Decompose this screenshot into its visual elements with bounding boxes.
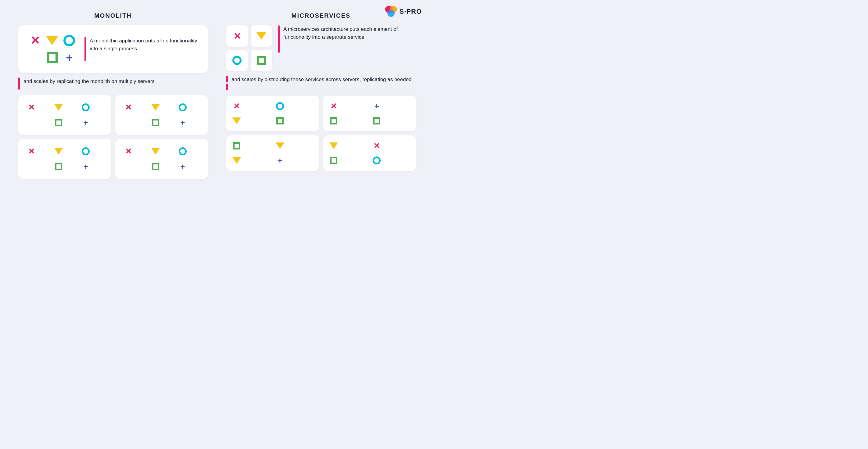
micro-bottom-card-c: + bbox=[226, 136, 319, 171]
micro-desc2-text: and scales by distributing these service… bbox=[231, 76, 412, 84]
monolith-replica-3: ✕ + bbox=[18, 139, 111, 179]
micro-card-triangle bbox=[251, 25, 272, 47]
micro-card-square bbox=[251, 50, 272, 71]
icon-x-large: ✕ bbox=[29, 34, 41, 47]
icon-circle-large bbox=[63, 34, 75, 47]
monolith-replica-4: ✕ + bbox=[115, 139, 208, 179]
micro-scale-row: and scales by distributing these service… bbox=[226, 76, 416, 90]
monolith-pink-bar1 bbox=[85, 37, 86, 61]
monolith-desc1-text: A monolithic application puts all its fu… bbox=[90, 37, 200, 53]
logo-icon bbox=[385, 5, 397, 18]
micro-desc1-block: A microservices architecture puts each e… bbox=[278, 25, 416, 53]
micro-pink-bar1 bbox=[278, 25, 280, 53]
logo: S·PRO bbox=[385, 5, 422, 18]
monolith-title: MONOLITH bbox=[18, 12, 208, 19]
monolith-replica-2: ✕ + bbox=[115, 95, 208, 135]
micro-cards-grid: ✕ bbox=[226, 25, 272, 71]
icon-plus-large: + bbox=[63, 52, 75, 64]
monolith-desc2-text: and scales by replicating the monolith o… bbox=[24, 78, 155, 85]
icon-triangle-large bbox=[46, 34, 58, 47]
microservices-section: MICROSERVICES ✕ bbox=[220, 12, 422, 215]
monolith-pink-bar2 bbox=[18, 78, 20, 90]
monolith-main-card: ✕ + A monolithic application puts all it… bbox=[18, 25, 208, 73]
micro-bottom-card-a: ✕ bbox=[226, 96, 319, 131]
micro-card-x: ✕ bbox=[226, 25, 248, 47]
micro-bottom-card-b: ✕ + bbox=[323, 96, 416, 131]
monolith-desc1-block: A monolithic application puts all its fu… bbox=[85, 37, 200, 61]
main-content: MONOLITH ✕ + A monolithic application pu… bbox=[12, 12, 422, 215]
monolith-replicas: ✕ + ✕ + bbox=[18, 95, 208, 179]
microservices-top: ✕ A microservices architecture puts each… bbox=[226, 25, 416, 71]
micro-card-circle bbox=[226, 50, 248, 71]
svg-point-2 bbox=[388, 10, 395, 17]
micro-desc1-text: A microservices architecture puts each e… bbox=[283, 25, 416, 41]
page: S·PRO MONOLITH ✕ + A monolithic applicat… bbox=[0, 0, 434, 224]
monolith-scale-row: and scales by replicating the monolith o… bbox=[18, 78, 208, 90]
monolith-replica-1: ✕ + bbox=[18, 95, 111, 135]
icon-square-large bbox=[46, 52, 58, 64]
micro-pink-bar2b bbox=[226, 84, 228, 90]
micro-bottom-card-d: ✕ bbox=[323, 136, 416, 171]
micro-bottom-grid: ✕ ✕ + + bbox=[226, 96, 416, 171]
monolith-section: MONOLITH ✕ + A monolithic application pu… bbox=[12, 12, 214, 215]
logo-text: S·PRO bbox=[400, 8, 422, 16]
micro-pink-bar2a bbox=[226, 76, 228, 82]
